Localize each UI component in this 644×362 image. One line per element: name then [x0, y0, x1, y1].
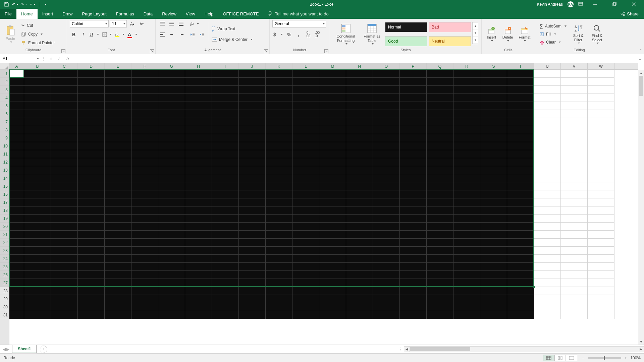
cell[interactable]	[319, 247, 346, 255]
cell[interactable]	[507, 182, 534, 190]
tab-review[interactable]: Review	[157, 9, 181, 19]
cell[interactable]	[373, 206, 400, 215]
format-cells-button[interactable]: Format	[517, 20, 532, 48]
cell[interactable]	[453, 206, 480, 215]
page-break-view-icon[interactable]	[566, 355, 577, 361]
cell[interactable]	[373, 86, 400, 94]
cell[interactable]	[24, 110, 51, 118]
cell[interactable]	[400, 78, 427, 86]
cell[interactable]	[185, 126, 212, 134]
cells-area[interactable]	[9, 70, 638, 345]
cell[interactable]	[105, 126, 131, 134]
cell[interactable]	[427, 150, 453, 158]
cell[interactable]	[185, 102, 212, 110]
cell[interactable]	[534, 70, 561, 78]
cell[interactable]	[239, 303, 266, 311]
cell[interactable]	[292, 70, 319, 78]
align-top-icon[interactable]	[158, 20, 166, 27]
cell[interactable]	[561, 311, 588, 319]
cell[interactable]	[427, 215, 453, 223]
cell[interactable]	[507, 126, 534, 134]
cell[interactable]	[239, 295, 266, 303]
cell[interactable]	[105, 174, 131, 182]
cell[interactable]	[131, 86, 158, 94]
cell[interactable]	[24, 118, 51, 126]
cell[interactable]	[9, 94, 24, 102]
cell[interactable]	[319, 102, 346, 110]
cell[interactable]	[534, 303, 561, 311]
cell[interactable]	[534, 134, 561, 142]
cell[interactable]	[588, 279, 614, 287]
column-header[interactable]: A	[9, 63, 24, 69]
cell[interactable]	[105, 158, 131, 166]
cell[interactable]	[588, 158, 614, 166]
cell[interactable]	[292, 158, 319, 166]
cell[interactable]	[105, 70, 131, 78]
cell[interactable]	[319, 182, 346, 190]
cell[interactable]	[24, 190, 51, 198]
cell[interactable]	[239, 255, 266, 263]
column-header[interactable]: M	[319, 63, 346, 69]
cell[interactable]	[292, 206, 319, 215]
cell[interactable]	[346, 78, 373, 86]
cell[interactable]	[105, 166, 131, 174]
cell[interactable]	[105, 142, 131, 150]
cell[interactable]	[24, 206, 51, 215]
cell[interactable]	[292, 110, 319, 118]
cell[interactable]	[212, 287, 239, 295]
cell[interactable]	[373, 198, 400, 206]
wrap-text-button[interactable]: ab↵ Wrap Text	[210, 25, 254, 33]
cell[interactable]	[185, 287, 212, 295]
cell[interactable]	[427, 231, 453, 239]
cell[interactable]	[78, 239, 105, 247]
cell[interactable]	[131, 78, 158, 86]
cell[interactable]	[480, 287, 507, 295]
cell[interactable]	[507, 206, 534, 215]
cell[interactable]	[346, 110, 373, 118]
cell[interactable]	[9, 215, 24, 223]
column-header[interactable]: Q	[427, 63, 453, 69]
cell[interactable]	[131, 182, 158, 190]
cell[interactable]	[588, 166, 614, 174]
cell[interactable]	[185, 239, 212, 247]
cell[interactable]	[427, 102, 453, 110]
cell[interactable]	[534, 231, 561, 239]
column-header[interactable]: P	[400, 63, 427, 69]
expand-formula-bar-icon[interactable]: ⌄	[636, 56, 644, 61]
cell[interactable]	[185, 279, 212, 287]
cell[interactable]	[480, 303, 507, 311]
cell[interactable]	[400, 182, 427, 190]
cell[interactable]	[480, 78, 507, 86]
cell[interactable]	[24, 279, 51, 287]
cell[interactable]	[51, 166, 78, 174]
cell[interactable]	[158, 206, 185, 215]
cell[interactable]	[158, 86, 185, 94]
cell[interactable]	[158, 279, 185, 287]
cell[interactable]	[212, 223, 239, 231]
cell[interactable]	[212, 118, 239, 126]
row-header[interactable]: 11	[0, 150, 9, 158]
row-header[interactable]: 29	[0, 295, 9, 303]
cell[interactable]	[400, 198, 427, 206]
zoom-slider[interactable]	[588, 357, 621, 359]
user-avatar[interactable]: KA	[568, 1, 574, 7]
cell[interactable]	[400, 255, 427, 263]
row-headers[interactable]: 1234567891011121314151617181920212223242…	[0, 70, 9, 345]
cell[interactable]	[78, 279, 105, 287]
row-header[interactable]: 8	[0, 126, 9, 134]
cell[interactable]	[9, 295, 24, 303]
cell[interactable]	[212, 110, 239, 118]
cell[interactable]	[158, 118, 185, 126]
column-header[interactable]: J	[239, 63, 266, 69]
cell[interactable]	[427, 190, 453, 198]
cell[interactable]	[131, 223, 158, 231]
cell[interactable]	[78, 255, 105, 263]
cell[interactable]	[239, 190, 266, 198]
autosum-button[interactable]: ∑ AutoSum	[538, 22, 568, 30]
row-header[interactable]: 2	[0, 78, 9, 86]
cell[interactable]	[319, 78, 346, 86]
cell[interactable]	[292, 263, 319, 271]
cell[interactable]	[400, 295, 427, 303]
cell[interactable]	[292, 271, 319, 279]
cell[interactable]	[24, 198, 51, 206]
